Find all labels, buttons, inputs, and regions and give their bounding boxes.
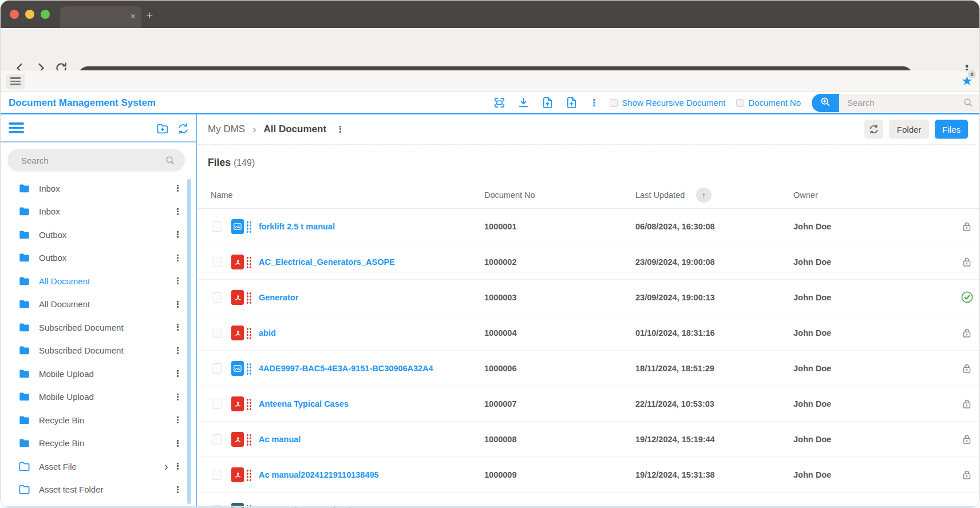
row-checkbox[interactable] xyxy=(212,457,222,492)
breadcrumb-root[interactable]: My DMS xyxy=(208,124,245,135)
file-name-link[interactable]: Anteena Typical Cases xyxy=(259,399,349,408)
row-menu-icon[interactable]: ⋮ xyxy=(977,315,979,350)
file-name-link[interactable]: Ac manual20241219110138495 xyxy=(259,470,379,479)
close-window-button[interactable] xyxy=(10,10,19,19)
sidebar-folder-item[interactable]: Recycle Bin › ⋮ xyxy=(1,408,196,432)
lock-icon[interactable] xyxy=(961,469,973,481)
row-menu-icon[interactable]: ⋮ xyxy=(977,422,979,457)
folder-menu-icon[interactable]: ⋮ xyxy=(173,253,182,263)
sidebar-folder-item[interactable]: Outbox › ⋮ xyxy=(1,247,196,270)
sidebar-folder-item[interactable]: Outbox › ⋮ xyxy=(1,223,196,247)
new-tab-button[interactable]: + xyxy=(146,9,153,22)
folder-menu-icon[interactable]: ⋮ xyxy=(173,183,182,193)
folder-search-input[interactable] xyxy=(7,149,185,172)
table-row[interactable]: Ac manual20241219110138495 1000009 19/12… xyxy=(198,457,979,493)
file-name-link[interactable]: abid xyxy=(259,328,276,338)
folder-menu-icon[interactable]: ⋮ xyxy=(173,346,182,356)
add-file-icon[interactable] xyxy=(565,96,578,109)
upload-file-icon[interactable] xyxy=(541,96,554,109)
refresh-list-button[interactable] xyxy=(864,120,883,139)
table-row[interactable]: Generator 1000003 23/09/2024, 19:00:13 J… xyxy=(198,280,979,315)
row-checkbox[interactable] xyxy=(212,209,222,244)
download-icon[interactable] xyxy=(517,96,530,109)
approved-check-icon[interactable] xyxy=(961,291,974,304)
row-menu-icon[interactable]: ⋮ xyxy=(977,386,979,421)
sidebar-folder-item[interactable]: Subscribed Document › ⋮ xyxy=(1,316,196,339)
column-name[interactable]: Name xyxy=(211,190,233,200)
lock-icon[interactable] xyxy=(961,256,973,268)
checkbox[interactable] xyxy=(610,99,618,107)
folder-menu-icon[interactable]: ⋮ xyxy=(173,485,182,495)
sidebar-folder-item[interactable]: Inbox › ⋮ xyxy=(1,177,196,200)
lock-icon[interactable] xyxy=(961,327,973,339)
search-input[interactable] xyxy=(839,94,979,112)
minimize-window-button[interactable] xyxy=(25,10,34,19)
folder-menu-icon[interactable]: ⋮ xyxy=(173,392,182,402)
table-row[interactable]: forklift 2.5 t manual 1000001 06/08/2024… xyxy=(198,209,979,244)
row-checkbox[interactable] xyxy=(212,351,222,386)
sidebar-folder-item[interactable]: All Document › ⋮ xyxy=(1,269,196,293)
row-menu-icon[interactable]: ⋮ xyxy=(977,280,979,315)
row-menu-icon[interactable]: ⋮ xyxy=(977,209,979,244)
sidebar-folder-item[interactable]: Inbox › ⋮ xyxy=(1,200,196,224)
sidebar-folder-item[interactable]: Asset test Folder › ⋮ xyxy=(1,478,196,502)
browser-tab[interactable]: × xyxy=(60,6,141,28)
sidebar-folder-item[interactable]: All Document › ⋮ xyxy=(1,293,196,316)
sidebar-folder-item[interactable]: Mobile Upload › ⋮ xyxy=(1,362,196,386)
folder-menu-icon[interactable]: ⋮ xyxy=(173,207,182,217)
file-name-link[interactable]: AC_Electrical_Generators_ASOPE xyxy=(259,257,395,267)
checkbox[interactable] xyxy=(736,99,744,107)
chevron-right-icon[interactable]: › xyxy=(164,461,168,471)
row-menu-icon[interactable]: ⋮ xyxy=(977,493,979,507)
show-recursive-checkbox[interactable]: Show Recursive Document xyxy=(610,98,725,108)
folder-menu-icon[interactable]: ⋮ xyxy=(173,276,182,286)
row-menu-icon[interactable]: ⋮ xyxy=(977,457,979,492)
lock-icon[interactable] xyxy=(961,220,973,233)
folder-menu-icon[interactable]: ⋮ xyxy=(173,415,182,425)
file-name-link[interactable]: 4ADE9997-BAC5-4E3A-9151-BC30906A32A4 xyxy=(259,364,433,373)
files-view-button[interactable]: Files xyxy=(935,120,968,139)
sidebar-folder-item[interactable]: Asset File › ⋮ xyxy=(1,455,196,478)
table-row[interactable]: abid 1000004 01/10/2024, 18:31:16 John D… xyxy=(198,315,979,351)
table-row[interactable]: AC_Electrical_Generators_ASOPE 1000002 2… xyxy=(198,244,979,280)
column-document-no[interactable]: Document No xyxy=(484,190,535,200)
breadcrumb-current[interactable]: All Document xyxy=(264,124,327,135)
refresh-folders-icon[interactable] xyxy=(176,122,190,136)
row-checkbox[interactable] xyxy=(212,386,222,421)
lock-icon[interactable] xyxy=(961,398,973,410)
more-actions-icon[interactable]: ⋮ xyxy=(589,97,599,109)
folder-menu-icon[interactable]: ⋮ xyxy=(173,299,182,309)
file-name-link[interactable]: Ac manual xyxy=(259,435,301,444)
sidebar-menu-icon[interactable] xyxy=(9,122,24,136)
menu-icon[interactable] xyxy=(6,74,25,89)
column-last-updated[interactable]: Last Updated xyxy=(635,190,685,200)
table-row[interactable]: 4ADE9997-BAC5-4E3A-9151-BC30906A32A4 100… xyxy=(198,351,979,386)
tab-close-icon[interactable]: × xyxy=(131,11,136,22)
table-row[interactable]: Anteena Typical Cases 1000007 22/11/2024… xyxy=(198,386,979,422)
row-checkbox[interactable] xyxy=(212,244,222,279)
row-checkbox[interactable] xyxy=(212,280,222,315)
sidebar-scrollbar[interactable] xyxy=(187,179,191,504)
row-menu-icon[interactable]: ⋮ xyxy=(977,244,979,279)
folder-menu-icon[interactable]: ⋮ xyxy=(173,461,182,471)
folder-menu-icon[interactable]: ⋮ xyxy=(173,229,182,240)
column-owner[interactable]: Owner xyxy=(793,190,818,200)
breadcrumb-menu-icon[interactable]: ⋮ xyxy=(336,124,345,134)
row-checkbox[interactable] xyxy=(212,422,222,457)
sidebar-folder-item[interactable]: Mobile Upload › ⋮ xyxy=(1,386,196,409)
folder-menu-icon[interactable]: ⋮ xyxy=(173,368,182,379)
folder-menu-icon[interactable]: ⋮ xyxy=(173,322,182,332)
document-no-checkbox[interactable]: Document No xyxy=(736,98,801,108)
table-row[interactable]: Ac manual 1000008 19/12/2024, 15:19:44 J… xyxy=(198,422,979,457)
scan-icon[interactable] xyxy=(493,96,506,109)
file-name-link[interactable]: Generator xyxy=(259,293,298,302)
search-submit-button[interactable] xyxy=(812,94,839,112)
row-menu-icon[interactable]: ⋮ xyxy=(977,351,979,386)
folder-menu-icon[interactable]: ⋮ xyxy=(173,438,182,449)
sidebar-folder-item[interactable]: Recycle Bin › ⋮ xyxy=(1,432,196,455)
maximize-window-button[interactable] xyxy=(41,10,50,19)
new-folder-icon[interactable] xyxy=(156,122,169,136)
lock-icon[interactable] xyxy=(961,433,973,446)
file-name-link[interactable]: forklift 2.5 t manual xyxy=(259,222,335,231)
sidebar-folder-item[interactable]: Subscribed Document › ⋮ xyxy=(1,339,196,363)
